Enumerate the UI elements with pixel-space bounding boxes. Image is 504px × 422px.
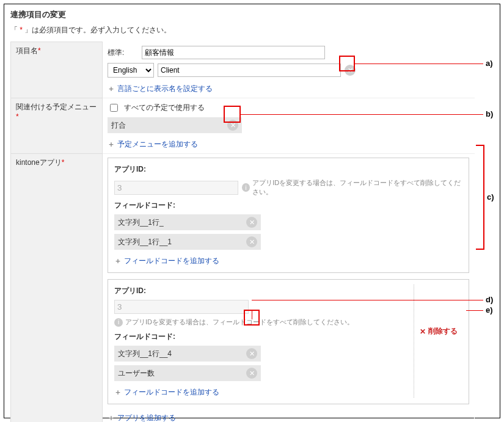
standard-label: 標準: <box>108 48 138 58</box>
field-code-pill: 文字列__1行__1 ✕ <box>114 234 261 250</box>
label-kintone-app: kintoneアプリ* <box>11 154 103 423</box>
app-box: アプリID: i アプリIDを変更する場合は、フィールドコードをすべて削除してく… <box>108 279 469 404</box>
callout-label-e: e) <box>486 305 493 315</box>
schedule-pill: 打合 ✕ <box>108 117 242 133</box>
clear-field-icon[interactable]: ✕ <box>246 368 257 379</box>
callout-label-d: d) <box>486 295 493 304</box>
plus-icon: ＋ <box>108 139 115 150</box>
app-id-hint: i アプリIDを変更する場合は、フィールドコードをすべて削除してください。 <box>114 318 354 327</box>
info-icon: i <box>114 318 123 327</box>
item-name-lang-input[interactable] <box>158 64 341 77</box>
callout-label-a: a) <box>486 59 493 68</box>
label-item-name: 項目名* <box>11 42 103 98</box>
clear-lang-icon[interactable]: ✕ <box>345 65 356 76</box>
app-id-hint: i アプリIDを変更する場合は、フィールドコードをすべて削除してください。 <box>242 178 462 197</box>
plus-icon: ＋ <box>114 387 122 398</box>
add-schedule-link[interactable]: ＋ 予定メニューを追加する <box>108 139 198 150</box>
required-note: 「 * 」は必須項目です。必ず入力してください。 <box>10 25 494 35</box>
info-icon: i <box>242 183 250 192</box>
field-code-label: フィールドコード: <box>114 200 462 211</box>
label-schedule-menu: 関連付ける予定メニュー* <box>11 98 103 154</box>
add-app-link[interactable]: ＋ アプリを追加する <box>108 413 176 422</box>
clear-field-icon[interactable]: ✕ <box>246 348 257 359</box>
app-box: アプリID: i アプリIDを変更する場合は、フィールドコードをすべて削除してく… <box>108 158 469 273</box>
clear-field-icon[interactable]: ✕ <box>246 236 257 247</box>
callout-bracket-c <box>476 145 484 250</box>
app-id-input <box>114 300 249 314</box>
field-code-label: フィールドコード: <box>114 332 414 342</box>
all-schedules-checkbox[interactable] <box>110 104 118 112</box>
plus-icon: ＋ <box>108 84 115 94</box>
app-id-label: アプリID: <box>114 164 462 175</box>
all-schedules-label: すべての予定で使用する <box>124 103 205 113</box>
clear-schedule-icon[interactable]: ✕ <box>227 120 238 131</box>
app-id-label: アプリID: <box>114 286 414 296</box>
plus-icon: ＋ <box>108 413 115 422</box>
field-code-pill: ユーザー数 ✕ <box>114 365 261 381</box>
item-name-input[interactable] <box>142 46 325 59</box>
language-select[interactable]: English <box>108 63 154 78</box>
plus-icon: ＋ <box>114 256 122 266</box>
page-title: 連携項目の変更 <box>10 9 494 20</box>
add-field-link[interactable]: ＋ フィールドコードを追加する <box>114 256 219 266</box>
field-code-pill: 文字列__1行_ ✕ <box>114 214 261 230</box>
add-field-link[interactable]: ＋ フィールドコードを追加する <box>114 387 219 398</box>
app-id-input <box>114 181 238 195</box>
field-code-pill: 文字列__1行__4 ✕ <box>114 346 261 362</box>
delete-app-link[interactable]: ✕ 削除する <box>420 326 458 337</box>
close-icon: ✕ <box>420 327 426 336</box>
callout-label-b: b) <box>486 109 493 118</box>
clear-field-icon[interactable]: ✕ <box>246 217 257 228</box>
callout-label-c: c) <box>487 192 494 202</box>
add-language-link[interactable]: ＋ 言語ごとに表示名を設定する <box>108 84 213 94</box>
